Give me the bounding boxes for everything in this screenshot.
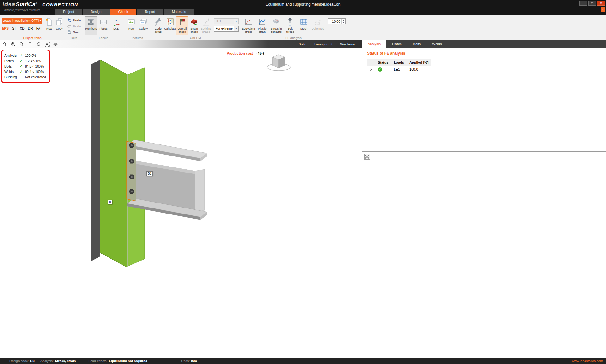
check-icon: ✓: [20, 69, 25, 74]
table-row[interactable]: ✓ LE1 100.0: [367, 66, 431, 73]
copy-project-item-button[interactable]: Copy: [54, 16, 64, 35]
title-bar: idea StatiCa® CONNECTION Calculate yeste…: [0, 0, 606, 15]
new-picture-button[interactable]: New: [125, 16, 137, 35]
stress-in-contacts-button[interactable]: Stress in contacts: [269, 16, 283, 35]
abacus-icon: [166, 17, 175, 26]
spin-down-icon[interactable]: ▼: [342, 21, 345, 24]
home-icon: [2, 41, 7, 47]
gallery-button[interactable]: Gallery: [137, 16, 149, 35]
view-mode-transparent[interactable]: Transparent: [314, 42, 332, 46]
beam-member[interactable]: [127, 140, 207, 220]
home-view-button[interactable]: [0, 40, 9, 48]
undo-button[interactable]: Undo: [66, 17, 82, 23]
group-label-project-items: Project items: [0, 36, 65, 40]
logo-idea: idea: [3, 1, 15, 8]
result-row-analysis: Analysis ✓ 100.0%: [4, 53, 46, 58]
equivalent-stress-button[interactable]: Equivalent stress: [241, 16, 255, 35]
mode-eps[interactable]: EPS: [2, 26, 9, 30]
tab-project[interactable]: Project: [55, 9, 82, 15]
col-status: Status: [375, 59, 391, 66]
extreme-filter-select[interactable]: For extreme ▾: [214, 26, 239, 32]
plastic-strain-button[interactable]: Plastic strain: [255, 16, 269, 35]
render-sphere-icon: [53, 41, 58, 47]
status-bar: Design code: EN Analysis: Stress, strain…: [0, 358, 606, 364]
ribbon-group-data: Undo Redo Save Data: [65, 15, 83, 40]
fe-analysis-header: Status of FE analysis: [367, 51, 601, 56]
row-expander[interactable]: [367, 66, 375, 73]
info-button[interactable]: i: [601, 7, 605, 12]
redo-button[interactable]: Redo: [66, 23, 82, 29]
check-results-annotation: Analysis ✓ 100.0% Plates ✓ 1.2 < 5.0% Bo…: [1, 50, 50, 83]
calculate-button[interactable]: Calculate: [164, 16, 176, 35]
rotate-button[interactable]: [34, 40, 43, 48]
mesh-button[interactable]: Mesh: [297, 16, 311, 35]
mode-dr[interactable]: DR: [28, 26, 33, 30]
navigation-cube[interactable]: [267, 55, 290, 71]
pan-button[interactable]: [26, 40, 34, 48]
bolt-forces-button[interactable]: Bolt forces: [283, 16, 297, 35]
plates-labels-button[interactable]: Plates: [97, 16, 110, 35]
production-cost: Production cost - 45 €: [227, 51, 264, 55]
3d-canvas[interactable]: Analysis ✓ 100.0% Plates ✓ 1.2 < 5.0% Bo…: [0, 48, 362, 358]
strain-blocks-icon: [190, 17, 199, 26]
minimize-button[interactable]: –: [579, 1, 587, 6]
spin-up-icon[interactable]: ▲: [342, 19, 345, 21]
zoom-fit-button[interactable]: [43, 40, 51, 48]
view-mode-wireframe[interactable]: Wireframe: [340, 42, 356, 46]
col-loads: Loads: [391, 59, 407, 66]
mode-cd[interactable]: CD: [20, 26, 24, 30]
website-link[interactable]: www.ideastatica.com: [572, 359, 606, 363]
zoom-button[interactable]: [17, 40, 26, 48]
tab-analysis[interactable]: Analysis: [362, 40, 386, 48]
strain-check-button[interactable]: Strain check: [188, 16, 200, 35]
tab-bolts[interactable]: Bolts: [407, 40, 426, 48]
new-project-item-button[interactable]: New: [44, 16, 54, 35]
code-setup-button[interactable]: Code setup: [152, 16, 164, 35]
analysis-type-status: Analysis: Stress, strain: [40, 359, 76, 363]
viewport-toolbar: Solid Transparent Wireframe: [0, 40, 362, 48]
ribbon-spacer: [347, 15, 606, 40]
view-mode-solid[interactable]: Solid: [299, 42, 306, 46]
lcs-labels-button[interactable]: LCS: [110, 16, 122, 35]
zoom-window-button[interactable]: [9, 40, 17, 48]
tab-check[interactable]: Check: [110, 9, 136, 15]
check-icon: ✓: [20, 59, 25, 63]
gallery-icon: [139, 17, 148, 26]
close-button[interactable]: ×: [597, 1, 605, 6]
chevron-down-icon: ▾: [234, 19, 238, 24]
tab-materials[interactable]: Materials: [164, 9, 194, 15]
view-mode-switch: Solid Transparent Wireframe: [299, 42, 362, 46]
group-label-data: Data: [65, 36, 83, 40]
chevron-right-icon: [370, 68, 372, 71]
buckling-shape-button[interactable]: Buckling shape: [200, 16, 212, 35]
fit-view-icon: [44, 41, 50, 47]
deformed-scale-input[interactable]: 10.00 ▲ ▼: [328, 18, 346, 24]
maximize-button[interactable]: □: [588, 1, 596, 6]
members-labels-button[interactable]: Members: [85, 16, 97, 35]
expand-pane-button[interactable]: [364, 154, 370, 160]
tab-welds[interactable]: Welds: [426, 40, 447, 48]
results-tab-bar: Analysis Plates Bolts Welds: [362, 40, 606, 48]
tab-report[interactable]: Report: [137, 9, 163, 15]
save-button[interactable]: Save: [66, 29, 82, 35]
copy-icon: [55, 17, 64, 26]
3d-model-view[interactable]: [0, 48, 362, 358]
ribbon: Loads in equilibrium OFF ▾ EPS ST CD DR …: [0, 15, 606, 40]
new-document-icon: [45, 17, 54, 26]
tab-plates[interactable]: Plates: [386, 40, 407, 48]
tab-design[interactable]: Design: [83, 9, 109, 15]
logo-statica: StatiCa®: [16, 1, 37, 8]
mode-fat[interactable]: FAT: [36, 26, 42, 30]
overall-check-button[interactable]: Overall check: [176, 16, 188, 35]
mode-st[interactable]: ST: [12, 26, 16, 30]
load-case-select[interactable]: LE1 ▾: [214, 18, 239, 24]
group-label-cbfem: CBFEM: [151, 36, 240, 40]
loads-in-equilibrium-toggle[interactable]: Loads in equilibrium OFF ▾: [2, 18, 42, 24]
ribbon-group-labels: Members Plates LCS Labels: [83, 15, 124, 40]
deformed-button[interactable]: Deformed: [311, 16, 325, 35]
workspace: Solid Transparent Wireframe: [0, 40, 606, 358]
deformed-grid-icon: [313, 17, 322, 26]
magnifier-icon: [19, 41, 24, 47]
units-status: Units: mm: [181, 359, 197, 363]
display-style-button[interactable]: [51, 40, 60, 48]
